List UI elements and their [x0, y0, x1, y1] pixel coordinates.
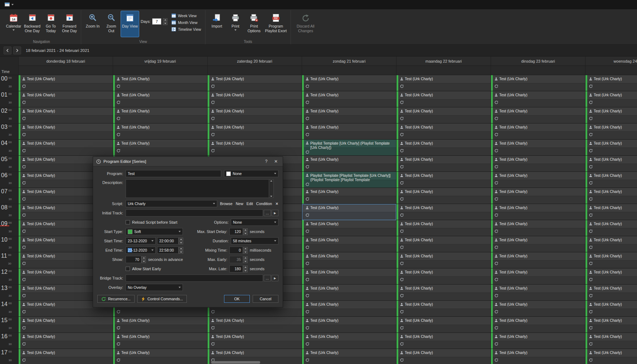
week-view-button[interactable]: Week View: [170, 13, 202, 18]
calendar-entry[interactable]: Test (Urk Charly): [397, 285, 491, 301]
start-time-input[interactable]: 22:00:00: [157, 237, 179, 244]
program-playlist-export-button[interactable]: PDF Program Playlist Exort: [263, 11, 288, 37]
max-start-delay-down-button[interactable]: [243, 232, 248, 235]
calendar-entry[interactable]: Test (Urk Charly): [208, 123, 302, 140]
color-select[interactable]: None: [224, 170, 278, 177]
calendar-entry[interactable]: Test (Urk Charly): [585, 75, 637, 91]
calendar-entry[interactable]: Test (Urk Charly): [397, 140, 491, 156]
dialog-close-button[interactable]: ✕: [272, 159, 279, 164]
calendar-entry[interactable]: Test (Urk Charly): [491, 285, 585, 301]
dialog-help-button[interactable]: ?: [263, 159, 270, 164]
calendar-entry[interactable]: Test (Urk Charly): [302, 333, 396, 349]
initial-track-input[interactable]: [126, 209, 263, 217]
calendar-entry[interactable]: Test (Urk Charly): [208, 333, 302, 349]
days-spin-down-button[interactable]: [163, 22, 167, 25]
calendar-entry[interactable]: Test (Urk Charly): [302, 317, 396, 333]
calendar-entry[interactable]: Test (Urk Charly): [113, 91, 207, 107]
script-clear-button[interactable]: ✕: [275, 202, 278, 206]
calendar-entry[interactable]: Test (Urk Charly): [491, 140, 585, 156]
calendar-entry[interactable]: Test (Urk Charly): [585, 301, 637, 317]
calendar-entry[interactable]: Test (Urk Charly): [302, 285, 396, 301]
script-browse-link[interactable]: Browse: [220, 202, 233, 206]
mixing-time-up-button[interactable]: [243, 247, 248, 250]
start-date-select[interactable]: 23-12-2020: [126, 237, 156, 244]
backward-one-day-button[interactable]: Backward One Day: [23, 11, 42, 37]
calendar-entry[interactable]: Test (Urk Charly): [208, 140, 302, 156]
calendar-entry[interactable]: Test (Urk Charly): [302, 301, 396, 317]
calendar-entry[interactable]: Test (Urk Charly): [19, 75, 113, 91]
script-new-link[interactable]: New: [236, 202, 243, 206]
calendar-entry[interactable]: Test (Urk Charly): [491, 252, 585, 268]
bridge-track-input[interactable]: [126, 275, 263, 282]
calendar-entry[interactable]: Test (Urk Charly): [397, 156, 491, 172]
calendar-entry[interactable]: Test (Urk Charly): [397, 236, 491, 252]
end-time-down-button[interactable]: [179, 251, 183, 254]
max-early-down-button[interactable]: [243, 260, 248, 263]
dialog-titlebar[interactable]: Program Editor [Series] ? ✕: [93, 157, 283, 166]
calendar-entry[interactable]: Test (Urk Charly): [302, 91, 396, 107]
program-input[interactable]: [126, 170, 221, 177]
calendar-entry[interactable]: Test (Urk Charly): [19, 91, 113, 107]
end-time-up-button[interactable]: [179, 247, 183, 250]
calendar-entry[interactable]: Test (Urk Charly): [302, 75, 396, 91]
end-date-select[interactable]: 23-12-2020: [126, 247, 156, 254]
bridge-track-browse-button[interactable]: …: [264, 275, 271, 281]
max-late-up-button[interactable]: [243, 266, 248, 269]
calendar-entry[interactable]: Test (Urk Charly): [491, 220, 585, 236]
calendar-entry[interactable]: Test (Urk Charly): [19, 333, 113, 349]
app-menu-button[interactable]: [3, 1, 15, 8]
calendar-entry[interactable]: Test (Urk Charly): [585, 236, 637, 252]
timeline-view-button[interactable]: Timeline View: [170, 26, 202, 32]
calendar-entry[interactable]: Test (Urk Charly): [208, 317, 302, 333]
allow-start-early-checkbox[interactable]: [126, 267, 130, 271]
calendar-entry[interactable]: Test (Urk Charly): [585, 333, 637, 349]
max-late-down-button[interactable]: [243, 269, 248, 272]
overlay-select[interactable]: No Overlay: [126, 284, 183, 291]
calendar-entry[interactable]: Test (Urk Charly): [397, 349, 491, 364]
mixing-time-down-button[interactable]: [243, 251, 248, 254]
calendar-entry[interactable]: Test (Urk Charly): [491, 123, 585, 140]
calendar-entry[interactable]: Test (Urk Charly): [397, 317, 491, 333]
calendar-entry[interactable]: Test (Urk Charly): [491, 268, 585, 285]
calendar-entry[interactable]: Test (Urk Charly): [585, 172, 637, 188]
calendar-entry[interactable]: Test (Urk Charly): [113, 75, 207, 91]
calendar-entry[interactable]: Test (Urk Charly): [585, 91, 637, 107]
days-spin-up-button[interactable]: [163, 18, 167, 21]
end-time-input[interactable]: 22:58:00: [157, 247, 179, 254]
calendar-entry[interactable]: Test (Urk Charly): [19, 317, 113, 333]
calendar-entry[interactable]: Test (Urk Charly): [585, 140, 637, 156]
calendar-entry[interactable]: Test (Urk Charly): [491, 236, 585, 252]
print-options-button[interactable]: Print Options: [245, 11, 263, 37]
calendar-entry[interactable]: Test (Urk Charly): [397, 91, 491, 107]
calendar-entry[interactable]: Test (Urk Charly): [19, 140, 113, 156]
calendar-entry[interactable]: Playlist Template [Playlist Template [Ur…: [302, 172, 396, 188]
calendar-entry[interactable]: Test (Urk Charly): [585, 317, 637, 333]
calendar-entry[interactable]: Playlist Template [Urk Charly] (Playlist…: [302, 140, 396, 156]
calendar-entry[interactable]: Test (Urk Charly): [585, 268, 637, 285]
calendar-entry[interactable]: Test (Urk Charly): [585, 156, 637, 172]
calendar-entry[interactable]: Test (Urk Charly): [491, 172, 585, 188]
calendar-entry[interactable]: Test (Urk Charly): [302, 204, 396, 220]
calendar-entry[interactable]: Test (Urk Charly): [491, 317, 585, 333]
initial-track-play-button[interactable]: ▶: [272, 210, 278, 216]
ok-button[interactable]: OK: [224, 295, 250, 303]
calendar-entry[interactable]: Test (Urk Charly): [397, 172, 491, 188]
calendar-entry[interactable]: Test (Urk Charly): [585, 349, 637, 364]
calendar-entry[interactable]: Test (Urk Charly): [491, 107, 585, 123]
description-scrollbar[interactable]: [269, 180, 273, 198]
script-edit-link[interactable]: Edit: [247, 202, 253, 206]
calendar-entry[interactable]: Test (Urk Charly): [491, 349, 585, 364]
calendar-entry[interactable]: Test (Urk Charly): [397, 252, 491, 268]
script-condition-link[interactable]: Condition: [256, 202, 272, 206]
mixing-time-input[interactable]: 0: [229, 247, 243, 254]
horizontal-scrollbar-thumb[interactable]: [211, 361, 260, 364]
calendar-entry[interactable]: Test (Urk Charly): [302, 252, 396, 268]
calendar-entry[interactable]: Test (Urk Charly): [397, 301, 491, 317]
calendar-entry[interactable]: Test (Urk Charly): [302, 268, 396, 285]
calendar-entry[interactable]: Test (Urk Charly): [19, 107, 113, 123]
reload-script-checkbox[interactable]: [126, 220, 130, 224]
calendar-entry[interactable]: Test (Urk Charly): [113, 107, 207, 123]
calendar-entry[interactable]: Test (Urk Charly): [113, 349, 207, 364]
next-period-button[interactable]: [13, 47, 21, 54]
calendar-entry[interactable]: Test (Urk Charly): [585, 285, 637, 301]
